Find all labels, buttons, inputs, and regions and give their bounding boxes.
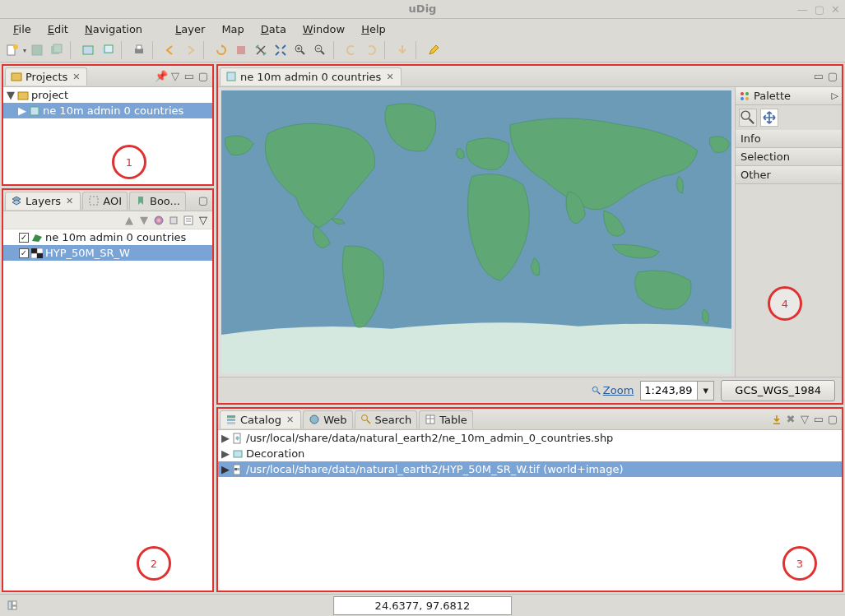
palette-icon xyxy=(739,90,750,102)
catalog-row-1[interactable]: ▶/usr/local/share/data/natural_earth2/ne… xyxy=(218,430,842,446)
move-up-icon[interactable]: ▲ xyxy=(123,215,135,226)
zoom-out-button[interactable] xyxy=(311,41,329,59)
close-icon[interactable]: ✕ xyxy=(831,3,840,16)
palette-expand-icon[interactable]: ▷ xyxy=(832,90,838,101)
close-tab-icon[interactable]: ✕ xyxy=(384,72,395,82)
close-tab-icon[interactable]: ✕ xyxy=(64,196,75,206)
tab-layers[interactable]: Layers ✕ xyxy=(5,192,81,210)
saveall-button[interactable] xyxy=(48,41,66,59)
layer-checkbox[interactable]: ✓ xyxy=(19,248,29,258)
commit-button[interactable] xyxy=(393,41,411,59)
svg-rect-28 xyxy=(37,248,43,253)
tab-table[interactable]: Table xyxy=(419,410,473,428)
refresh-button[interactable] xyxy=(212,41,230,59)
nav-back-button[interactable] xyxy=(161,41,179,59)
view-menu-icon[interactable]: ▽ xyxy=(799,414,810,425)
layers-tree[interactable]: ✓ ne 10m admin 0 countries ✓ HYP_50M_SR_… xyxy=(3,229,212,591)
catalog-row-3[interactable]: ▶/usr/local/share/data/natural_earth2/HY… xyxy=(218,461,842,477)
catalog-tree[interactable]: ▶/usr/local/share/data/natural_earth2/ne… xyxy=(218,430,842,591)
view-menu-icon[interactable]: ▽ xyxy=(197,215,209,226)
delete-icon[interactable]: ✖ xyxy=(785,414,796,425)
svg-rect-5 xyxy=(83,46,93,54)
menu-map[interactable]: Map xyxy=(215,21,250,38)
maximize-view-icon[interactable]: ▢ xyxy=(197,195,209,206)
pan-tool[interactable] xyxy=(760,109,778,127)
tab-bookmarks[interactable]: Boo... xyxy=(129,192,186,210)
close-tab-icon[interactable]: ✕ xyxy=(285,415,295,425)
tab-projects[interactable]: Projects ✕ xyxy=(5,67,87,86)
layer-row-2[interactable]: ✓ HYP_50M_SR_W xyxy=(3,245,212,261)
svg-rect-27 xyxy=(31,248,37,253)
move-down-icon[interactable]: ▼ xyxy=(138,215,150,226)
palette-info[interactable]: Info xyxy=(736,130,842,148)
svg-line-40 xyxy=(597,391,600,394)
menu-file[interactable]: File xyxy=(7,21,38,38)
import-icon[interactable] xyxy=(771,414,782,425)
menu-navigation[interactable]: Navigation xyxy=(78,21,149,38)
svg-rect-57 xyxy=(12,601,16,605)
minimize-icon[interactable]: — xyxy=(797,3,808,16)
perspective-icon[interactable] xyxy=(7,600,18,611)
zoom-in-button[interactable] xyxy=(291,41,309,59)
print-button[interactable] xyxy=(130,41,148,59)
raster-file-icon xyxy=(232,464,244,475)
palette-other[interactable]: Other xyxy=(736,166,842,184)
map-doc-icon xyxy=(225,71,237,82)
scale-dropdown[interactable]: ▾ xyxy=(698,381,714,401)
tab-web[interactable]: Web xyxy=(303,410,352,428)
projects-icon xyxy=(11,71,22,82)
zoom-link[interactable]: Zoom xyxy=(592,384,634,396)
maximize-icon[interactable]: ▢ xyxy=(815,3,824,16)
svg-rect-52 xyxy=(234,451,242,457)
minimize-view-icon[interactable]: ▭ xyxy=(813,71,824,82)
minimize-view-icon[interactable]: ▭ xyxy=(813,414,824,425)
scale-input[interactable] xyxy=(640,381,698,401)
pin-icon[interactable]: 📌 xyxy=(156,71,167,82)
maximize-view-icon[interactable]: ▢ xyxy=(827,414,838,425)
layer-filter-icon[interactable] xyxy=(168,215,179,226)
maximize-view-icon[interactable]: ▢ xyxy=(827,71,838,82)
cut-selection-button[interactable] xyxy=(252,41,270,59)
menu-data[interactable]: Data xyxy=(254,21,293,38)
tab-map-editor[interactable]: ne 10m admin 0 countries ✕ xyxy=(220,67,402,86)
layer-style-icon[interactable] xyxy=(153,215,165,226)
maximize-view-icon[interactable]: ▢ xyxy=(197,71,209,82)
menu-layer[interactable]: Layer xyxy=(169,21,211,38)
nav-fwd-button[interactable] xyxy=(181,41,199,59)
svg-rect-20 xyxy=(30,107,39,115)
map-canvas[interactable] xyxy=(221,90,731,373)
layer-row-1[interactable]: ✓ ne 10m admin 0 countries xyxy=(3,229,212,245)
redo-button[interactable] xyxy=(362,41,380,59)
menu-edit[interactable]: Edit xyxy=(41,21,75,38)
undo-button[interactable] xyxy=(342,41,360,59)
layer-checkbox[interactable]: ✓ xyxy=(19,233,29,243)
palette-selection[interactable]: Selection xyxy=(736,148,842,166)
catalog-row-2[interactable]: ▶Decoration xyxy=(218,446,842,461)
layer-props-icon[interactable] xyxy=(183,215,194,226)
close-tab-icon[interactable]: ✕ xyxy=(71,72,81,82)
stop-button[interactable] xyxy=(232,41,250,59)
svg-rect-23 xyxy=(170,217,177,224)
view-menu-icon[interactable]: ▽ xyxy=(169,71,181,82)
minimize-view-icon[interactable]: ▭ xyxy=(183,71,195,82)
zoom-extent-button[interactable] xyxy=(272,41,290,59)
zoom-tool[interactable] xyxy=(739,109,757,127)
new-button[interactable] xyxy=(3,41,21,59)
projects-tree[interactable]: ▼project ▶ne 10m admin 0 countries xyxy=(3,87,212,184)
crs-button[interactable]: GCS_WGS_1984 xyxy=(721,380,835,401)
tab-search[interactable]: Search xyxy=(355,410,418,428)
catalog-tab-label: Catalog xyxy=(240,414,281,426)
new-map-button[interactable] xyxy=(79,41,97,59)
menu-help[interactable]: Help xyxy=(355,21,392,38)
layers-tab-label: Layers xyxy=(26,195,61,207)
svg-rect-21 xyxy=(90,197,98,205)
new-layer-button[interactable] xyxy=(99,41,117,59)
svg-point-39 xyxy=(592,387,597,391)
menu-window[interactable]: Window xyxy=(296,21,351,38)
save-button[interactable] xyxy=(28,41,46,59)
tab-aoi[interactable]: AOI xyxy=(82,192,128,210)
edit-button[interactable] xyxy=(425,41,443,59)
tab-catalog[interactable]: Catalog ✕ xyxy=(220,410,301,428)
svg-point-35 xyxy=(741,97,744,100)
palette-header[interactable]: Palette ▷ xyxy=(736,87,842,105)
